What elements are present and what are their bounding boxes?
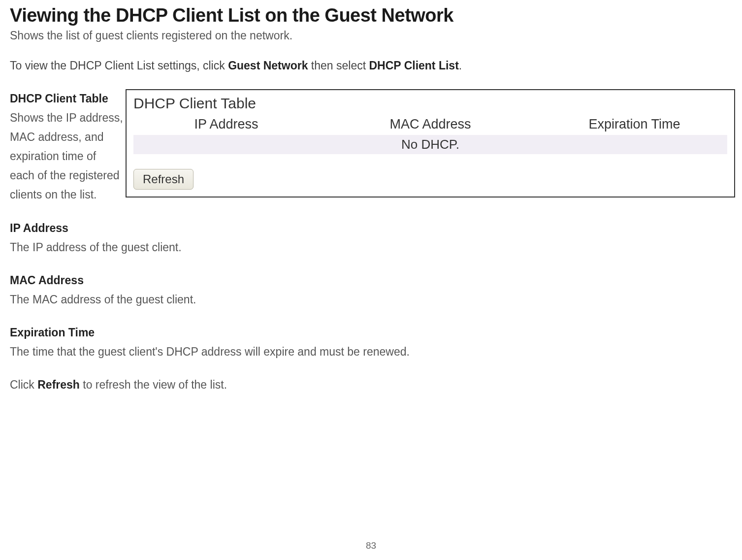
- term-mac-address: MAC Address The MAC address of the guest…: [10, 271, 732, 309]
- panel-title: DHCP Client Table: [133, 95, 727, 112]
- dhcp-client-table-panel: DHCP Client Table IP Address MAC Address…: [126, 89, 735, 198]
- term-expiration-time: Expiration Time The time that the guest …: [10, 323, 732, 362]
- term-desc: Shows the IP address, MAC address, and e…: [10, 108, 123, 204]
- term-title: MAC Address: [10, 271, 732, 290]
- instruction-post: .: [459, 59, 462, 72]
- footer-instruction: Click Refresh to refresh the view of the…: [10, 375, 732, 395]
- page-subtitle: Shows the list of guest clients register…: [10, 29, 732, 42]
- dhcp-table: IP Address MAC Address Expiration Time N…: [133, 116, 727, 154]
- term-desc: The MAC address of the guest client.: [10, 290, 732, 309]
- column-header-mac: MAC Address: [319, 117, 542, 132]
- instruction-pre: To view the DHCP Client List settings, c…: [10, 59, 228, 72]
- footer-post: to refresh the view of the list.: [80, 378, 227, 391]
- term-desc: The time that the guest client's DHCP ad…: [10, 342, 732, 362]
- table-header-row: IP Address MAC Address Expiration Time: [133, 116, 727, 135]
- footer-pre: Click: [10, 378, 37, 391]
- page-title: Viewing the DHCP Client List on the Gues…: [10, 5, 732, 26]
- term-desc: The IP address of the guest client.: [10, 238, 732, 257]
- content-wrapper: DHCP Client Table IP Address MAC Address…: [10, 89, 732, 395]
- instruction-line: To view the DHCP Client List settings, c…: [10, 59, 732, 72]
- term-title: Expiration Time: [10, 323, 732, 342]
- term-ip-address: IP Address The IP address of the guest c…: [10, 219, 732, 257]
- term-title: IP Address: [10, 219, 732, 238]
- footer-bold: Refresh: [37, 378, 80, 391]
- instruction-bold-2: DHCP Client List: [369, 59, 458, 72]
- column-header-expiration: Expiration Time: [542, 117, 727, 132]
- table-empty-row: No DHCP.: [133, 135, 727, 154]
- column-header-ip: IP Address: [133, 117, 319, 132]
- instruction-mid: then select: [308, 59, 369, 72]
- page-number: 83: [366, 540, 376, 551]
- refresh-button[interactable]: Refresh: [133, 169, 194, 190]
- instruction-bold-1: Guest Network: [228, 59, 308, 72]
